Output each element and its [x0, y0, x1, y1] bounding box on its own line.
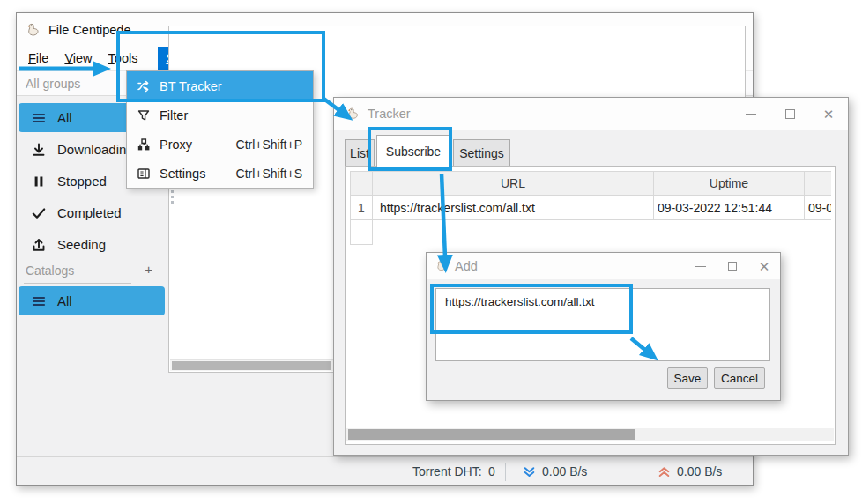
settings-icon	[137, 167, 151, 181]
add-catalog-button[interactable]: +	[145, 262, 152, 277]
download-chevrons-icon	[523, 466, 536, 481]
menuitem-label: BT Tracker	[160, 79, 222, 93]
app-duck-icon	[346, 107, 360, 121]
menuitem-bt-tracker[interactable]: BT Tracker	[127, 71, 313, 100]
app-duck-icon	[26, 22, 41, 38]
app-duck-icon	[435, 260, 448, 272]
menuitem-shortcut: Ctrl+Shift+S	[236, 167, 302, 181]
header-uptime: Uptime	[654, 171, 805, 196]
tracker-table: URL Uptime 1 https://trackerslist.com/al…	[350, 171, 831, 245]
cancel-button[interactable]: Cancel	[714, 367, 765, 389]
header-url: URL	[373, 171, 654, 196]
empty-row-gutter	[350, 220, 373, 245]
tracker-url-input[interactable]: https://trackerslist.com/all.txt	[435, 288, 770, 361]
close-button[interactable]: ✕	[748, 253, 780, 279]
catalogs-header: Catalogs +	[19, 262, 165, 279]
cell-row-number: 1	[350, 196, 373, 220]
dht-value: 0	[488, 464, 495, 478]
group-filter[interactable]: All groups	[26, 77, 80, 91]
menuitem-proxy[interactable]: Proxy Ctrl+Shift+P	[127, 130, 313, 159]
desktop: File Centipede ✕ File View Tools Setting…	[0, 0, 862, 504]
header-row-number	[350, 171, 373, 196]
download-icon	[31, 142, 47, 158]
tracker-hscrollbar	[346, 428, 834, 441]
tab-subscribe[interactable]: Subscribe	[376, 135, 450, 167]
table-header-row: URL Uptime	[350, 171, 831, 196]
menuitem-settings[interactable]: Settings Ctrl+Shift+S	[127, 159, 313, 188]
download-speed: 0.00 B/s	[542, 464, 587, 478]
menuitem-shortcut: Ctrl+Shift+P	[236, 137, 302, 152]
tracker-hscrollbar-thumb[interactable]	[348, 429, 635, 440]
add-window-controls: ✕	[685, 253, 780, 279]
filter-icon	[137, 108, 151, 122]
maximize-button[interactable]	[717, 253, 748, 279]
pause-icon	[31, 174, 47, 189]
statusbar: Torrent DHT: 0 0.00 B/s 0.00 B/s	[17, 456, 753, 485]
menuitem-label: Proxy	[160, 137, 192, 152]
upload-speed: 0.00 B/s	[677, 464, 722, 478]
add-dialog: Add ✕ https://trackerslist.com/all.txt S…	[426, 252, 781, 401]
tracker-titlebar: Tracker ✕	[334, 98, 848, 130]
menu-file[interactable]: File	[20, 47, 56, 70]
header-clipped-column	[805, 171, 831, 196]
tab-label: Subscribe	[386, 145, 441, 159]
sidebar-item-seeding[interactable]: Seeding	[19, 230, 165, 259]
minimize-button[interactable]	[685, 253, 717, 279]
catalogs-label: Catalogs	[26, 263, 74, 278]
sidebar-item-label: Completed	[57, 205, 122, 220]
cell-uptime: 09-03-2022 12:51:44	[654, 196, 805, 220]
tab-list[interactable]: List	[345, 139, 375, 167]
menu-view[interactable]: View	[56, 47, 100, 70]
minimize-button[interactable]	[732, 98, 770, 130]
menuitem-label: Filter	[160, 108, 188, 122]
catalog-item-label: All	[57, 293, 72, 308]
catalogs-divider	[24, 283, 131, 284]
sidebar-resize-handle[interactable]	[171, 186, 174, 204]
tab-label: Settings	[459, 146, 504, 160]
menu-icon	[31, 110, 47, 126]
settings-dropdown-menu: BT Tracker Filter Proxy Ctrl+Shift+P Set…	[126, 70, 314, 189]
add-titlebar: Add ✕	[427, 253, 780, 279]
cell-clipped: 09-0	[805, 196, 831, 220]
tab-label: List	[350, 146, 369, 160]
tab-settings[interactable]: Settings	[453, 139, 510, 167]
dht-label: Torrent DHT:	[412, 464, 482, 478]
sidebar-item-label: All	[57, 110, 72, 125]
maximize-button[interactable]	[770, 98, 809, 130]
menuitem-label: Settings	[160, 167, 205, 181]
content-hscrollbar-thumb[interactable]	[172, 361, 331, 370]
statusbar-divider	[505, 463, 506, 481]
save-button[interactable]: Save	[667, 367, 708, 389]
tracker-dialog-title: Tracker	[368, 107, 411, 121]
menu-tools[interactable]: Tools	[100, 47, 146, 70]
add-dialog-title: Add	[455, 259, 478, 273]
sidebar-item-label: Downloading	[57, 142, 134, 157]
sidebar-item-completed[interactable]: Completed	[19, 198, 165, 227]
proxy-icon	[137, 137, 151, 152]
check-icon	[31, 205, 47, 221]
menu-icon	[31, 293, 47, 309]
sidebar-item-label: Seeding	[57, 237, 106, 252]
upload-chevrons-icon	[658, 466, 671, 481]
tracker-window-controls: ✕	[732, 98, 848, 130]
close-button[interactable]: ✕	[809, 98, 848, 130]
table-row[interactable]: 1 https://trackerslist.com/all.txt 09-03…	[350, 196, 831, 220]
tracker-shuffle-icon	[137, 79, 151, 93]
menuitem-filter[interactable]: Filter	[127, 100, 313, 130]
sidebar-item-label: Stopped	[57, 174, 107, 189]
main-window-title: File Centipede	[48, 23, 131, 37]
catalog-item-all[interactable]: All	[19, 286, 165, 315]
upload-icon	[31, 237, 47, 253]
cell-url: https://trackerslist.com/all.txt	[373, 196, 654, 220]
